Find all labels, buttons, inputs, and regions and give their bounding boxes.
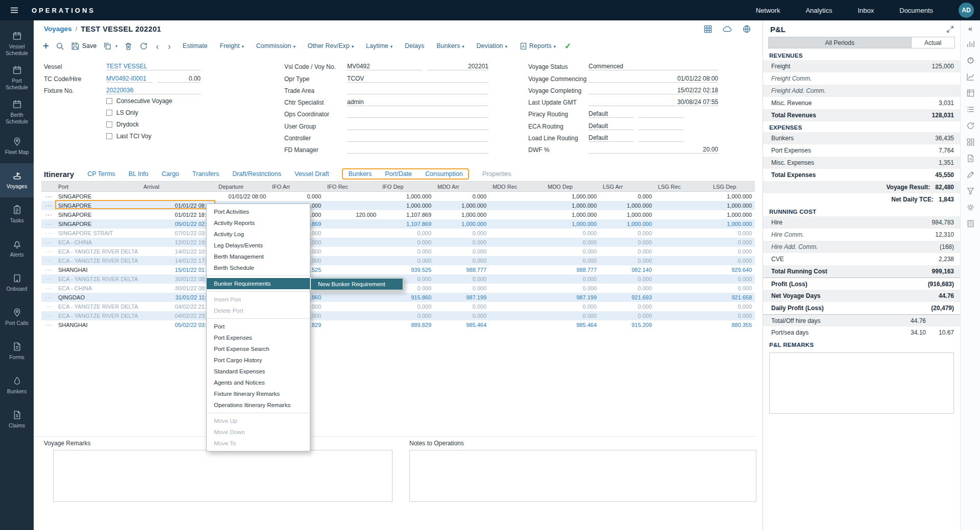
row-menu-button[interactable]: ··· [41,192,55,201]
field-voyage-status-value[interactable]: Commenced [589,63,718,70]
sidebar-item-alerts[interactable]: Alerts [0,232,34,266]
row-menu-button[interactable]: ··· [41,302,55,311]
sidebar-item-fleet-map[interactable]: Fleet Map [0,129,34,163]
field-vessel-value[interactable]: TEST VESSEL [106,63,201,70]
field-vsl-code-voy-no-2-value[interactable]: 202201 [427,63,488,70]
settings-icon[interactable] [966,203,975,212]
field-tc-code-hire-value[interactable]: MV0492-I0001 [106,75,153,82]
hamburger-menu-icon[interactable] [0,6,29,15]
checkbox-drydock[interactable]: Drydock [106,119,201,131]
sidebar-item-port-schedule[interactable]: Port Schedule [0,61,34,95]
toolbar-laytime-button[interactable]: Laytime▾ [366,42,393,49]
back-button[interactable]: ‹ [155,41,160,51]
menu-item-new-bunker-requirement[interactable]: New Bunker Requirement [311,279,403,290]
filter-icon[interactable] [966,187,975,195]
row-menu-button[interactable]: ··· [41,311,55,320]
line-chart-icon[interactable] [966,72,975,81]
field-tc-code-hire-amount-value[interactable]: 0.00 [158,75,201,82]
topnav-documents[interactable]: Documents [899,7,933,14]
sidebar-item-tasks[interactable]: Tasks [0,197,34,232]
toolbar-other-rev-exp-button[interactable]: Other Rev/Exp▾ [308,42,354,49]
forward-button[interactable]: › [167,41,172,51]
itinerary-row[interactable]: ···ECA - YANGTZE RIVER DELTA14/01/22 17:… [41,256,755,265]
breadcrumb-voyages-link[interactable]: Voyages [44,25,72,33]
avatar[interactable]: AD [959,3,974,18]
itinerary-row[interactable]: ···ECA - CHINA12/01/22 19:300.0000.0000.… [41,238,755,247]
tab-bl-info[interactable]: BL Info [129,170,149,178]
sidebar-item-claims[interactable]: Claims [0,402,34,437]
menu-item-port-expenses[interactable]: Port Expenses [207,332,310,343]
row-menu-button[interactable]: ··· [41,247,55,256]
field-chtr-specialist-value[interactable]: admin [347,98,488,106]
itinerary-row[interactable]: ···SINGAPORE01/01/22 08:000.0001,000.000… [41,192,755,201]
sidebar-item-onboard[interactable]: Onboard [0,266,34,300]
field-piracy-routing[interactable]: Default [589,109,633,118]
menu-item-port-cargo-history[interactable]: Port Cargo History [207,355,310,366]
field-piracy-routing-value[interactable]: Default [589,110,633,117]
bar-chart-icon[interactable] [966,40,975,48]
field-controller[interactable] [347,133,488,142]
toolbar-bunkers-button[interactable]: Bunkers▾ [436,42,464,49]
menu-item-port-activities[interactable]: Port Activities [207,206,310,217]
search-button[interactable] [56,42,64,51]
row-menu-button[interactable]: ··· [41,229,55,238]
checkbox-consecutive-voyage[interactable]: Consecutive Voyage [106,95,201,107]
field-eca-routing-2[interactable] [639,121,683,130]
save-button[interactable]: Save [71,42,97,51]
field-opr-type[interactable]: TCOV [347,73,488,83]
document-icon[interactable] [966,154,975,163]
field-trade-area[interactable] [347,85,488,94]
field-voyage-commencing[interactable]: 01/01/22 08:00 [589,73,718,83]
sidebar-item-forms[interactable]: Forms [0,334,34,368]
menu-item-agents-and-notices[interactable]: Agents and Notices [207,377,310,388]
menu-item-berth-management[interactable]: Berth Management [207,251,310,262]
row-menu-button[interactable]: ··· [41,274,55,284]
menu-item-activity-reports[interactable]: Activity Reports [207,217,310,229]
donut-chart-icon[interactable] [966,56,975,65]
row-menu-button[interactable]: ··· [41,219,55,229]
field-user-group[interactable] [347,121,488,130]
tab-itinerary[interactable]: Itinerary [44,170,74,179]
field-voyage-completing-value[interactable]: 15/02/22 02:18 [589,87,718,94]
topnav-network[interactable]: Network [756,7,780,14]
row-menu-button[interactable]: ··· [41,210,55,219]
menu-item-operations-itinerary-remarks[interactable]: Operations Itinerary Remarks [207,399,310,411]
menu-item-bunker-requirements[interactable]: Bunker Requirements [207,278,310,289]
sidebar-item-port-calls[interactable]: Port Calls [0,300,34,334]
field-load-line-routing-value[interactable]: Default [589,134,633,141]
checkbox-ls-only[interactable]: LS Only [106,107,201,119]
row-menu-button[interactable]: ··· [41,320,55,330]
field-eca-routing[interactable]: Default [589,121,633,130]
itinerary-row[interactable]: ···SINGAPORE01/01/22 18:001,000.000120.0… [41,210,755,219]
itinerary-row[interactable]: ···SINGAPORE STRAIT07/01/22 03:500.0000.… [41,229,755,238]
field-piracy-routing-2[interactable] [639,109,683,118]
itinerary-row[interactable]: ···ECA - YANGTZE RIVER DELTA04/02/22 21:… [41,302,755,311]
row-menu-button[interactable]: ··· [41,284,55,293]
tab-transfers[interactable]: Transfers [192,170,219,178]
field-load-line-routing[interactable]: Default [589,133,633,142]
pnl-remarks-box[interactable] [769,352,954,414]
field-load-line-routing-2[interactable] [639,133,683,142]
field-chtr-specialist[interactable]: admin [347,97,488,106]
list-icon[interactable] [966,105,975,114]
tab-vessel-draft[interactable]: Vessel Draft [295,170,329,178]
tab-actual[interactable]: Actual [911,37,954,48]
field-eca-routing-value[interactable]: Default [589,122,633,130]
field-last-update-gmt[interactable]: 30/08/24 07:55 [589,97,718,106]
sidebar-item-bunkers[interactable]: Bunkers [0,368,34,402]
toolbar-estimate-button[interactable]: Estimate [183,42,208,49]
field-voyage-status[interactable]: Commenced [589,61,718,70]
itinerary-row[interactable]: ···QINGDAO31/01/22 11:50915.860915.86098… [41,293,755,302]
toolbar-commission-button[interactable]: Commission▾ [256,42,296,49]
field-tc-code-hire[interactable]: MV0492-I0001 [106,73,153,83]
field-voyage-commencing-value[interactable]: 01/01/22 08:00 [589,75,718,82]
itinerary-row[interactable]: ···SINGAPORE05/01/22 02:401,107.8691,107… [41,219,755,229]
row-menu-button[interactable]: ··· [41,293,55,302]
grid-view-icon[interactable] [703,24,713,34]
copy-button[interactable]: ▾ [103,42,117,51]
itinerary-row[interactable]: ···ECA - YANGTZE RIVER DELTA14/01/22 10:… [41,247,755,256]
tab-all-periods[interactable]: All Periods [769,37,911,48]
topnav-inbox[interactable]: Inbox [857,7,874,14]
pivot-table-icon[interactable] [966,89,975,97]
sidebar-item-berth-schedule[interactable]: Berth Schedule [0,95,34,129]
